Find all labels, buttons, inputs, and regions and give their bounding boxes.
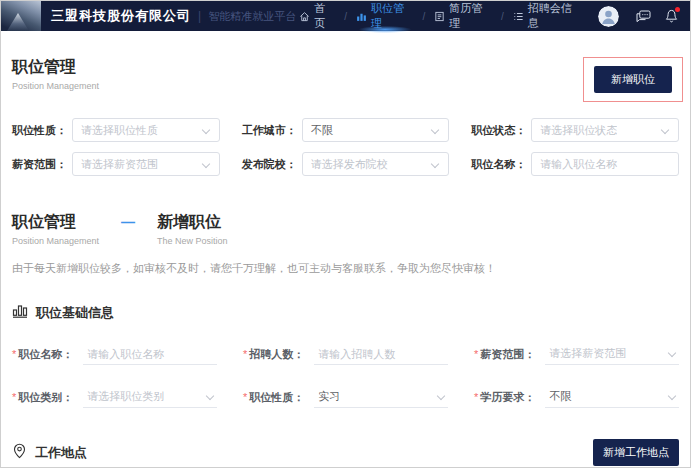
publish-school-select[interactable]: 请选择发布院校 bbox=[302, 152, 450, 176]
nav-separator: / bbox=[501, 11, 504, 22]
field-salary-range: * 薪资范围： 请选择薪资范围 bbox=[474, 343, 679, 365]
select-placeholder: 请选择职位性质 bbox=[81, 123, 158, 138]
main-content: 职位管理 Position Management 新增职位 职位性质： 请选择职… bbox=[1, 57, 690, 468]
jobfair-icon bbox=[513, 11, 524, 22]
salary-range-select[interactable]: 请选择薪资范围 bbox=[72, 152, 220, 176]
nav-item-positions[interactable]: 职位管理 bbox=[353, 1, 417, 31]
filter-row: 职位性质： 请选择职位性质 工作城市： 不限 职位状态： bbox=[12, 118, 679, 142]
required-mark: * bbox=[243, 348, 247, 360]
position-title-input[interactable] bbox=[83, 343, 217, 365]
form-salary-range-select[interactable]: 请选择薪资范围 bbox=[545, 343, 679, 365]
field-label: 招聘人数： bbox=[249, 347, 304, 362]
location-section-title: 工作地点 bbox=[35, 444, 87, 462]
filter-label: 薪资范围： bbox=[12, 157, 67, 172]
page-header: 职位管理 Position Management 新增职位 bbox=[12, 57, 679, 102]
main-nav: 首页 / 职位管理 / 简历管理 / 招聘会信息 bbox=[296, 1, 584, 31]
position-nature-select[interactable]: 请选择职位性质 bbox=[72, 118, 220, 142]
field-education-requirement: * 学历要求： 不限 bbox=[474, 386, 679, 408]
chevron-down-icon bbox=[201, 160, 209, 168]
required-mark: * bbox=[474, 348, 478, 360]
section-right-subtitle: The New Position bbox=[157, 236, 228, 246]
select-placeholder: 请选择职位状态 bbox=[540, 123, 617, 138]
top-navbar: 三盟科技股份有限公司 | 智能精准就业平台 首页 / 职位管理 / bbox=[1, 1, 690, 31]
nav-item-jobfairs[interactable]: 招聘会信息 bbox=[510, 1, 584, 31]
location-section-header: 工作地点 新增工作地点 bbox=[12, 439, 679, 466]
filter-salary-range: 薪资范围： 请选择薪资范围 bbox=[12, 152, 220, 176]
chevron-down-icon bbox=[668, 349, 676, 357]
review-notice: 由于每天新增职位较多，如审核不及时，请您千万理解，也可主动与客服联系，争取为您尽… bbox=[12, 261, 679, 276]
work-city-select[interactable]: 不限 bbox=[302, 118, 450, 142]
messages-icon[interactable] bbox=[636, 10, 651, 23]
field-label: 学历要求： bbox=[480, 390, 535, 405]
positions-icon bbox=[356, 11, 367, 22]
field-position-title: * 职位名称： bbox=[12, 343, 217, 365]
section-right-block: 新增职位 The New Position bbox=[157, 212, 228, 246]
nav-label-home: 首页 bbox=[314, 1, 335, 31]
app-window: 三盟科技股份有限公司 | 智能精准就业平台 首页 / 职位管理 / bbox=[0, 0, 691, 468]
nav-separator: / bbox=[344, 11, 347, 22]
chevron-down-icon bbox=[201, 126, 209, 134]
page-title-block: 职位管理 Position Management bbox=[12, 57, 99, 91]
section-header: 职位管理 Position Management — 新增职位 The New … bbox=[12, 212, 679, 246]
resume-icon bbox=[434, 11, 445, 22]
bell-icon[interactable] bbox=[665, 9, 678, 23]
filter-row: 薪资范围： 请选择薪资范围 发布院校： 请选择发布院校 职位名称： bbox=[12, 152, 679, 176]
position-category-select[interactable]: 请选择职位类别 bbox=[83, 386, 217, 408]
required-mark: * bbox=[12, 348, 16, 360]
filter-label: 职位性质： bbox=[12, 123, 67, 138]
bar-chart-icon bbox=[12, 303, 28, 322]
field-position-nature: * 职位性质： 实习 bbox=[243, 386, 448, 408]
add-location-button[interactable]: 新增工作地点 bbox=[593, 439, 679, 466]
nav-item-home[interactable]: 首页 bbox=[296, 1, 338, 31]
section-dash: — bbox=[121, 214, 135, 230]
nav-label-positions: 职位管理 bbox=[371, 1, 414, 31]
section-left-title: 职位管理 bbox=[12, 212, 99, 233]
section-left-subtitle: Position Management bbox=[12, 236, 99, 246]
filter-position-status: 职位状态： 请选择职位状态 bbox=[471, 118, 679, 142]
filter-position-nature: 职位性质： 请选择职位性质 bbox=[12, 118, 220, 142]
filters-panel: 职位性质： 请选择职位性质 工作城市： 不限 职位状态： bbox=[12, 118, 679, 176]
location-title-block: 工作地点 bbox=[12, 443, 87, 463]
form-position-nature-select[interactable]: 实习 bbox=[314, 386, 448, 408]
add-position-button[interactable]: 新增职位 bbox=[594, 66, 672, 93]
select-value: 不限 bbox=[311, 123, 333, 138]
education-requirement-select[interactable]: 不限 bbox=[545, 386, 679, 408]
page-subtitle: Position Management bbox=[12, 81, 99, 91]
nav-item-resumes[interactable]: 简历管理 bbox=[431, 1, 495, 31]
chevron-down-icon bbox=[668, 392, 676, 400]
select-placeholder: 请选择发布院校 bbox=[311, 157, 388, 172]
platform-tagline: 智能精准就业平台 bbox=[208, 9, 296, 24]
chevron-down-icon bbox=[206, 392, 214, 400]
location-pin-icon bbox=[12, 443, 27, 463]
avatar[interactable] bbox=[598, 6, 619, 27]
section-left-block: 职位管理 Position Management bbox=[12, 212, 99, 246]
field-label: 职位类别： bbox=[18, 390, 73, 405]
home-icon bbox=[299, 11, 310, 22]
nav-label-jobfairs: 招聘会信息 bbox=[528, 1, 581, 31]
position-status-select[interactable]: 请选择职位状态 bbox=[531, 118, 679, 142]
company-name: 三盟科技股份有限公司 bbox=[51, 7, 191, 25]
chevron-down-icon bbox=[661, 126, 669, 134]
nav-separator: / bbox=[423, 11, 426, 22]
filter-label: 工作城市： bbox=[242, 123, 297, 138]
select-value: 不限 bbox=[549, 389, 571, 404]
filter-work-city: 工作城市： 不限 bbox=[242, 118, 450, 142]
section-right-title: 新增职位 bbox=[157, 212, 228, 233]
navbar-divider: | bbox=[198, 9, 201, 23]
filter-label: 职位状态： bbox=[471, 123, 526, 138]
select-placeholder: 请选择薪资范围 bbox=[81, 157, 158, 172]
filter-position-name: 职位名称： bbox=[471, 152, 679, 176]
basic-info-row: * 职位类别： 请选择职位类别 * 职位性质： 实习 * 学历要求： bbox=[12, 386, 679, 408]
required-mark: * bbox=[12, 391, 16, 403]
chevron-down-icon bbox=[431, 126, 439, 134]
basic-info-title: 职位基础信息 bbox=[36, 304, 114, 322]
headcount-input[interactable] bbox=[314, 343, 448, 365]
required-mark: * bbox=[474, 391, 478, 403]
filter-publish-school: 发布院校： 请选择发布院校 bbox=[242, 152, 450, 176]
chevron-down-icon bbox=[437, 392, 445, 400]
field-headcount: * 招聘人数： bbox=[243, 343, 448, 365]
position-name-input[interactable] bbox=[531, 152, 679, 176]
chevron-down-icon bbox=[431, 160, 439, 168]
field-position-category: * 职位类别： 请选择职位类别 bbox=[12, 386, 217, 408]
page-title: 职位管理 bbox=[12, 57, 99, 78]
